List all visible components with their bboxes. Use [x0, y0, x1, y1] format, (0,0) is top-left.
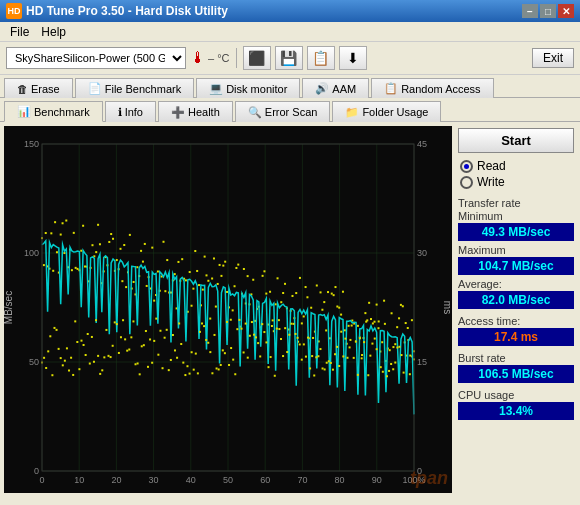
benchmark-chart: tpan	[4, 126, 452, 493]
access-time-label: Access time:	[458, 315, 574, 327]
maximum-label: Maximum	[458, 244, 574, 256]
average-label: Average:	[458, 278, 574, 290]
cpu-usage-value: 13.4%	[458, 402, 574, 420]
burst-rate-value: 106.5 MB/sec	[458, 365, 574, 383]
radio-write-label: Write	[477, 175, 505, 189]
close-button[interactable]: ✕	[558, 4, 574, 18]
main-content: tpan Start Read Write Transfer rate Mini…	[0, 122, 580, 497]
mode-radio-group: Read Write	[458, 157, 574, 191]
cpu-usage-section: CPU usage 13.4%	[458, 389, 574, 420]
chart-canvas	[4, 126, 452, 493]
radio-read-circle	[460, 160, 473, 173]
toolbar-btn-2[interactable]: 💾	[275, 46, 303, 70]
tab-health[interactable]: ➕ Health	[158, 101, 233, 122]
maximize-button[interactable]: □	[540, 4, 556, 18]
toolbar: SkyShareSilicon-Power (500 GB) 🌡 – °C ⬛ …	[0, 42, 580, 75]
menubar: File Help	[0, 22, 580, 42]
window-title: HD Tune Pro 3.50 - Hard Disk Utility	[26, 4, 520, 18]
right-panel: Start Read Write Transfer rate Minimum 4…	[456, 126, 576, 493]
average-value: 82.0 MB/sec	[458, 291, 574, 309]
titlebar: HD HD Tune Pro 3.50 - Hard Disk Utility …	[0, 0, 580, 22]
tab-erase[interactable]: 🗑 Erase	[4, 78, 73, 98]
radio-read[interactable]: Read	[460, 159, 572, 173]
toolbar-btn-4[interactable]: ⬇	[339, 46, 367, 70]
radio-read-label: Read	[477, 159, 506, 173]
temp-unit: – °C	[208, 52, 230, 64]
tab-random-access[interactable]: 📋 Random Access	[371, 78, 493, 98]
tabs-row-1: 🗑 Erase 📄 File Benchmark 💻 Disk monitor …	[0, 75, 580, 98]
menu-help[interactable]: Help	[35, 24, 72, 40]
app-icon: HD	[6, 3, 22, 19]
thermometer-icon: 🌡	[190, 49, 206, 67]
tabs-row-2: 📊 Benchmark ℹ Info ➕ Health 🔍 Error Scan…	[0, 98, 580, 122]
exit-button[interactable]: Exit	[532, 48, 574, 68]
tab-info[interactable]: ℹ Info	[105, 101, 156, 122]
maximum-value: 104.7 MB/sec	[458, 257, 574, 275]
tab-aam[interactable]: 🔊 AAM	[302, 78, 369, 98]
transfer-rate-label: Transfer rate	[458, 197, 574, 209]
watermark: tpan	[410, 468, 448, 489]
tab-disk-monitor[interactable]: 💻 Disk monitor	[196, 78, 300, 98]
tab-error-scan[interactable]: 🔍 Error Scan	[235, 101, 331, 122]
drive-selector[interactable]: SkyShareSilicon-Power (500 GB)	[6, 47, 186, 69]
toolbar-separator	[236, 48, 237, 68]
minimum-label: Minimum	[458, 210, 574, 222]
radio-write[interactable]: Write	[460, 175, 572, 189]
access-time-section: Access time: 17.4 ms	[458, 315, 574, 346]
temperature-indicator: 🌡 – °C	[190, 49, 230, 67]
minimum-value: 49.3 MB/sec	[458, 223, 574, 241]
tab-folder-usage[interactable]: 📁 Folder Usage	[332, 101, 441, 122]
toolbar-btn-3[interactable]: 📋	[307, 46, 335, 70]
tab-file-benchmark[interactable]: 📄 File Benchmark	[75, 78, 194, 98]
access-time-value: 17.4 ms	[458, 328, 574, 346]
minimize-button[interactable]: −	[522, 4, 538, 18]
tab-benchmark[interactable]: 📊 Benchmark	[4, 101, 103, 122]
burst-rate-section: Burst rate 106.5 MB/sec	[458, 352, 574, 383]
cpu-usage-label: CPU usage	[458, 389, 574, 401]
transfer-rate-section: Transfer rate Minimum 49.3 MB/sec Maximu…	[458, 197, 574, 309]
toolbar-btn-1[interactable]: ⬛	[243, 46, 271, 70]
radio-write-circle	[460, 176, 473, 189]
start-button[interactable]: Start	[458, 128, 574, 153]
menu-file[interactable]: File	[4, 24, 35, 40]
burst-rate-label: Burst rate	[458, 352, 574, 364]
